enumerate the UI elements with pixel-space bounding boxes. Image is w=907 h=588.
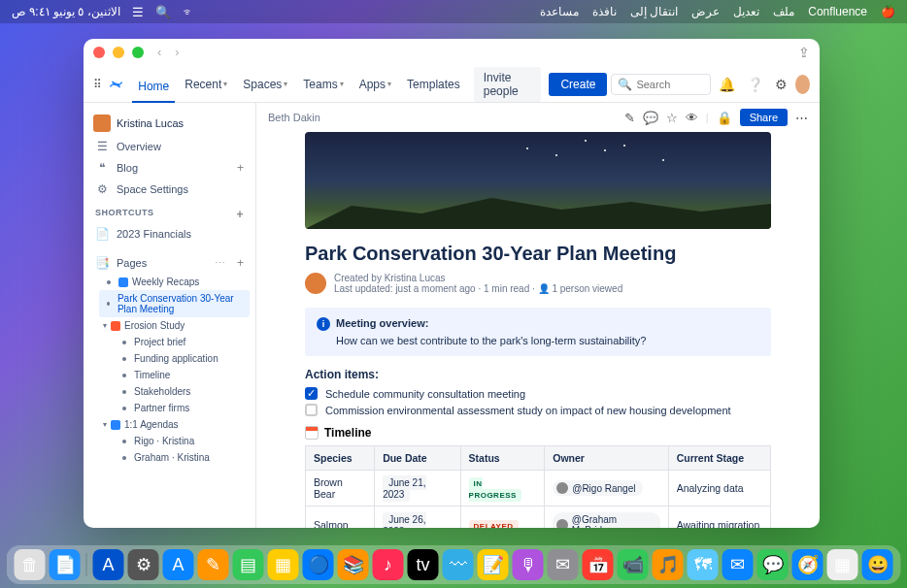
- table-row[interactable]: Brown BearJune 21, 2023IN PROGRESS@Rigo …: [306, 471, 771, 506]
- spotlight-icon[interactable]: 🔍: [155, 5, 171, 19]
- create-button[interactable]: Create: [549, 73, 607, 96]
- page-rigo-kristina[interactable]: Rigo · Kristina: [115, 433, 250, 449]
- status-badge[interactable]: DELAYED: [469, 520, 519, 528]
- star-icon[interactable]: ☆: [666, 111, 678, 125]
- nav-spaces[interactable]: Spaces▾: [237, 74, 293, 95]
- table-row[interactable]: SalmonJune 26, 2023DELAYED@Graham McBrid…: [306, 506, 771, 529]
- dock-app[interactable]: A: [93, 549, 124, 580]
- page-erosion-study[interactable]: ▾Erosion Study: [99, 317, 250, 334]
- dock-app[interactable]: 🎙: [513, 549, 544, 580]
- dock-app[interactable]: 📚: [338, 549, 369, 580]
- nav-templates[interactable]: Templates: [401, 74, 466, 95]
- page-graham-kristina[interactable]: Graham · Kristina: [115, 449, 250, 466]
- add-shortcut-icon[interactable]: +: [236, 208, 244, 221]
- sidebar-overview[interactable]: ☰Overview: [89, 136, 250, 157]
- menu-window[interactable]: نافذة: [592, 5, 617, 18]
- dock-app[interactable]: 📅: [583, 549, 614, 580]
- nav-back[interactable]: ‹: [157, 45, 161, 59]
- nav-home[interactable]: Home: [132, 76, 175, 103]
- apple-icon[interactable]: 🍎: [881, 5, 895, 18]
- add-page-icon[interactable]: +: [237, 256, 244, 270]
- menu-edit[interactable]: تعديل: [733, 5, 759, 18]
- checkbox-checked[interactable]: ✓: [305, 387, 318, 400]
- action-item-2[interactable]: Commission environmental assessment stud…: [305, 404, 771, 416]
- app-switcher-icon[interactable]: ⠿: [93, 78, 106, 91]
- settings-icon[interactable]: ⚙: [771, 77, 791, 92]
- dock-app[interactable]: ▦: [268, 549, 299, 580]
- page-agendas[interactable]: ▾1:1 Agendas: [99, 416, 250, 433]
- confluence-logo[interactable]: [110, 76, 122, 93]
- nav-forward[interactable]: ›: [175, 45, 179, 59]
- menu-file[interactable]: ملف: [773, 5, 794, 18]
- dock-app[interactable]: ▦: [827, 549, 858, 580]
- shortcut-2023-financials[interactable]: 📄2023 Financials: [89, 223, 250, 245]
- dock-app[interactable]: ♪: [373, 549, 404, 580]
- dock-app[interactable]: 📹: [618, 549, 649, 580]
- menu-go[interactable]: انتقال إلى: [630, 5, 678, 18]
- dock-app[interactable]: ⚙: [128, 549, 159, 580]
- share-button[interactable]: Share: [740, 109, 788, 126]
- dock-app[interactable]: tv: [408, 549, 439, 580]
- page-project-brief[interactable]: Project brief: [115, 334, 250, 350]
- dock-app[interactable]: 〰: [443, 549, 474, 580]
- control-center-icon[interactable]: ☰: [132, 5, 144, 19]
- menu-view[interactable]: عرض: [691, 5, 720, 18]
- add-icon[interactable]: +: [237, 161, 244, 175]
- minimize-window[interactable]: [113, 47, 124, 58]
- dock-app[interactable]: ✉: [548, 549, 579, 580]
- dock-app[interactable]: ▤: [233, 549, 264, 580]
- author-link[interactable]: Kristina Lucas: [385, 273, 446, 283]
- maximize-window[interactable]: [132, 47, 144, 58]
- dock-app[interactable]: 😀: [862, 549, 893, 580]
- lock-icon[interactable]: 🔒: [717, 111, 732, 125]
- owner-mention[interactable]: @Graham McBride: [553, 512, 659, 528]
- dock-app[interactable]: ✎: [198, 549, 229, 580]
- sidebar-space-settings[interactable]: ⚙Space Settings: [89, 179, 250, 200]
- menu-help[interactable]: مساعدة: [540, 5, 579, 18]
- page-partner-firms[interactable]: Partner firms: [115, 400, 250, 416]
- dock-app[interactable]: 🧭: [792, 549, 823, 580]
- dock-app[interactable]: 💬: [757, 549, 789, 580]
- search-input[interactable]: [636, 79, 704, 90]
- author-avatar[interactable]: [305, 273, 326, 294]
- page-stakeholders[interactable]: Stakeholders: [115, 383, 250, 400]
- search-box[interactable]: 🔍: [611, 74, 711, 95]
- collapse-icon[interactable]: ▾: [103, 420, 107, 429]
- nav-apps[interactable]: Apps▾: [353, 74, 397, 95]
- close-window[interactable]: [93, 47, 105, 58]
- collapse-icon[interactable]: ▾: [103, 321, 107, 330]
- watch-icon[interactable]: 👁: [686, 111, 698, 125]
- app-menu-name[interactable]: Confluence: [808, 5, 867, 18]
- sidebar-blog[interactable]: ❝Blog+: [89, 157, 250, 179]
- share-icon[interactable]: ⇪: [798, 45, 810, 60]
- wifi-icon[interactable]: ᯤ: [183, 5, 195, 19]
- dock-app[interactable]: 🗺: [688, 549, 719, 580]
- page-funding[interactable]: Funding application: [115, 350, 250, 367]
- more-icon[interactable]: ⋯: [215, 257, 225, 270]
- nav-recent[interactable]: Recent▾: [179, 74, 233, 95]
- pages-header[interactable]: 📑Pages⋯+: [89, 252, 250, 274]
- dock-app[interactable]: 📝: [478, 549, 509, 580]
- action-item-1[interactable]: ✓ Schedule community consultation meetin…: [305, 387, 771, 400]
- date-badge[interactable]: June 21, 2023: [383, 475, 425, 502]
- dock-app[interactable]: ✉: [722, 549, 754, 580]
- dock-app[interactable]: A: [163, 549, 194, 580]
- page-weekly-recaps[interactable]: Weekly Recaps: [99, 274, 250, 290]
- date-badge[interactable]: June 26, 2023: [383, 512, 425, 528]
- notifications-icon[interactable]: 🔔: [715, 77, 739, 92]
- invite-people-button[interactable]: Invite people: [474, 67, 542, 102]
- breadcrumb[interactable]: Beth Dakin: [268, 112, 320, 123]
- dock-app[interactable]: 📄: [50, 549, 81, 580]
- checkbox-unchecked[interactable]: [305, 404, 318, 416]
- dock-app[interactable]: 🗑: [15, 549, 46, 580]
- comment-icon[interactable]: 💬: [643, 111, 658, 125]
- page-timeline[interactable]: Timeline: [115, 367, 250, 383]
- clock[interactable]: الاثنين، ٥ يونيو ٩:٤١ ص: [12, 5, 120, 18]
- more-actions-icon[interactable]: ⋯: [795, 111, 808, 125]
- space-header[interactable]: Kristina Lucas: [89, 111, 250, 136]
- status-badge[interactable]: IN PROGRESS: [469, 477, 521, 502]
- nav-teams[interactable]: Teams▾: [297, 74, 349, 95]
- owner-mention[interactable]: @Rigo Rangel: [553, 480, 643, 496]
- dock-app[interactable]: 🎵: [653, 549, 684, 580]
- dock-app[interactable]: 🔵: [303, 549, 334, 580]
